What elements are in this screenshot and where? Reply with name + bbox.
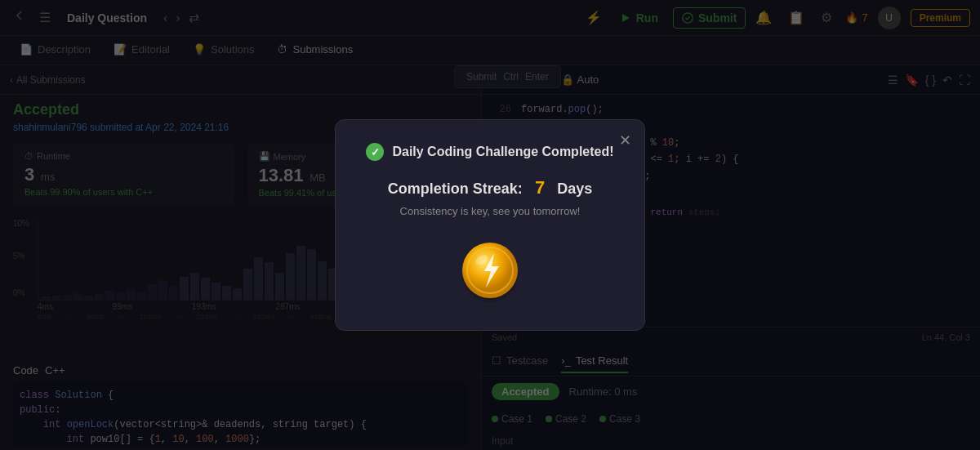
modal-check-icon: ✓ bbox=[366, 143, 384, 161]
modal-overlay: ✕ ✓ Daily Coding Challenge Completed! Co… bbox=[0, 0, 980, 450]
modal-sub-text: Consistency is key, see you tomorrow! bbox=[362, 205, 618, 217]
challenge-complete-modal: ✕ ✓ Daily Coding Challenge Completed! Co… bbox=[335, 119, 645, 331]
modal-close-button[interactable]: ✕ bbox=[619, 131, 631, 149]
coin-icon bbox=[453, 234, 527, 307]
modal-header: ✓ Daily Coding Challenge Completed! bbox=[362, 143, 618, 161]
modal-streak-count: 7 bbox=[535, 177, 545, 198]
modal-streak: Completion Streak: 7 Days bbox=[362, 177, 618, 198]
